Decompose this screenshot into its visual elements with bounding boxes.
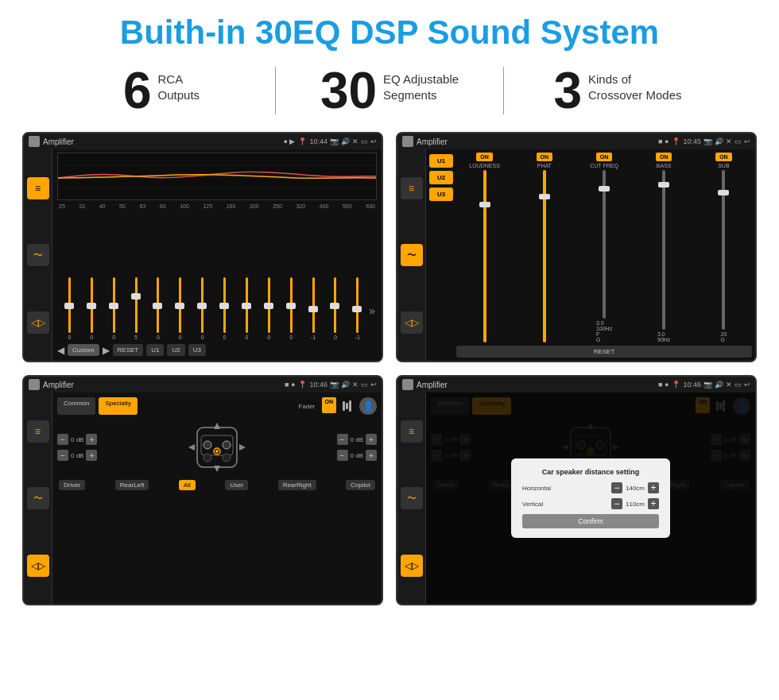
balance-vol-icon: 🔊 [341,381,350,389]
eq-reset-button[interactable]: RESET [113,344,144,356]
cutfreq-slider[interactable] [603,170,606,319]
horizontal-plus-button[interactable]: + [648,482,659,493]
db-minus-fr[interactable]: − [337,434,348,445]
stat-rca-number: 6 [123,65,152,116]
eq-u2-button[interactable]: U2 [167,344,184,356]
db-minus-rl[interactable]: − [57,450,68,461]
crossover-x-icon: ✕ [726,137,732,145]
freq-63: 63 [139,203,145,209]
crossover-reset-button[interactable]: RESET [456,346,752,358]
ctrl-loudness: ON LOUDNESS [456,153,513,342]
balance-x-icon: ✕ [352,381,358,389]
tab-common[interactable]: Common [57,397,95,415]
all-button[interactable]: All [179,480,196,490]
tab-specialty[interactable]: Specialty [99,397,137,415]
crossover-home-icon[interactable] [402,136,413,147]
db-plus-fr[interactable]: + [366,434,377,445]
eq-prev-button[interactable]: ◀ [57,345,64,356]
eq-slider-8[interactable]: 0 [236,277,258,341]
dialog-rect-icon: ▭ [734,381,742,389]
distance-dialog-overlay: Car speaker distance setting Horizontal … [426,393,755,604]
vertical-plus-button[interactable]: + [648,498,659,509]
eq-main-area: 25 32 40 50 63 80 100 125 160 200 250 32… [52,149,382,361]
phat-slider[interactable] [543,170,546,342]
eq-side-icons: ≡ 〜 ◁▷ [24,149,52,361]
phat-toggle[interactable]: ON [537,153,553,161]
bass-slider[interactable] [662,170,665,330]
home-icon[interactable] [29,136,40,147]
preset-u3[interactable]: U3 [429,188,453,201]
balance-icon-filter[interactable]: ≡ [27,420,49,443]
db-plus-rr[interactable]: + [366,450,377,461]
sub-slider[interactable] [722,170,725,330]
eq-slider-5[interactable]: 0 [169,277,191,341]
eq-slider-3[interactable]: 5 [126,277,147,341]
preset-u1[interactable]: U1 [429,154,453,168]
eq-slider-0[interactable]: 0 [59,277,80,341]
balance-home-icon[interactable] [29,379,40,390]
balance-icon-wave[interactable]: 〜 [27,487,49,509]
person-icon[interactable]: 👤 [359,397,377,415]
eq-slider-13[interactable]: -1 [347,277,368,341]
loudness-slider[interactable] [483,170,486,342]
svg-point-7 [223,441,231,449]
crossover-icon-filter[interactable]: ≡ [401,177,423,199]
balance-tabs: Common Specialty Fader ON 👤 [57,397,377,415]
eq-slider-10[interactable]: 0 [281,277,302,341]
cutfreq-toggle[interactable]: ON [596,153,613,161]
confirm-button[interactable]: Confirm [522,514,659,528]
bass-toggle[interactable]: ON [656,153,672,161]
eq-slider-9[interactable]: 0 [258,277,280,341]
eq-icon-wave[interactable]: 〜 [27,244,49,266]
eq-location-icon: 📍 [298,137,307,145]
svg-point-11 [215,450,219,453]
dialog-back-icon: ↩ [744,381,750,389]
vertical-minus-button[interactable]: − [611,498,622,509]
vertical-row: Vertical − 110cm + [522,498,659,509]
screen-eq: Amplifier ● ▶ 📍 10:44 📷 🔊 ✕ ▭ ↩ ≡ 〜 ◁▷ [22,132,383,362]
db-control-fl: − 0 dB + [57,434,97,445]
eq-slider-7[interactable]: 0 [214,277,235,341]
eq-app-title: Amplifier [43,137,281,146]
db-plus-rl[interactable]: + [86,450,97,461]
rear-right-button[interactable]: RearRight [278,480,316,490]
preset-u2[interactable]: U2 [429,171,453,184]
user-button[interactable]: User [225,480,248,490]
dialog-home-icon[interactable] [402,379,413,390]
eq-preset-custom[interactable]: Custom [68,344,99,356]
db-plus-fl[interactable]: + [86,434,97,445]
dialog-icon-filter[interactable]: ≡ [401,420,423,443]
eq-slider-12[interactable]: 0 [325,277,347,341]
rear-left-button[interactable]: RearLeft [115,480,149,490]
eq-slider-4[interactable]: 0 [148,277,169,341]
eq-slider-1[interactable]: 0 [81,277,103,341]
driver-button[interactable]: Driver [59,480,85,490]
db-minus-fl[interactable]: − [57,434,68,445]
dialog-icon-speaker[interactable]: ◁▷ [401,555,423,577]
eq-more-icon[interactable]: » [369,304,375,341]
dialog-dots: ■ ● [658,381,669,389]
svg-point-8 [203,454,211,462]
sub-toggle[interactable]: ON [715,153,732,161]
freq-250: 250 [273,203,282,209]
eq-icon-speaker[interactable]: ◁▷ [27,311,49,334]
eq-slider-6[interactable]: 0 [192,277,213,341]
loudness-toggle[interactable]: ON [476,153,493,161]
dialog-icon-wave[interactable]: 〜 [401,487,423,509]
freq-125: 125 [203,203,212,209]
eq-next-button[interactable]: ▶ [103,345,110,356]
eq-sliders: 0 0 0 [57,212,377,341]
eq-u1-button[interactable]: U1 [146,344,164,356]
copilot-button[interactable]: Copilot [346,480,375,490]
db-minus-rr[interactable]: − [337,450,348,461]
crossover-icon-wave[interactable]: 〜 [401,244,423,266]
eq-icon-filter[interactable]: ≡ [27,177,49,199]
balance-icon-speaker[interactable]: ◁▷ [27,555,49,577]
eq-slider-11[interactable]: -1 [303,277,324,341]
fader-toggle[interactable]: ON [322,397,337,413]
horizontal-minus-button[interactable]: − [611,482,622,493]
eq-u3-button[interactable]: U3 [188,344,206,356]
eq-slider-2[interactable]: 0 [103,277,125,341]
ctrl-sub: ON SUB 20G [696,153,752,342]
crossover-icon-speaker[interactable]: ◁▷ [401,311,423,334]
